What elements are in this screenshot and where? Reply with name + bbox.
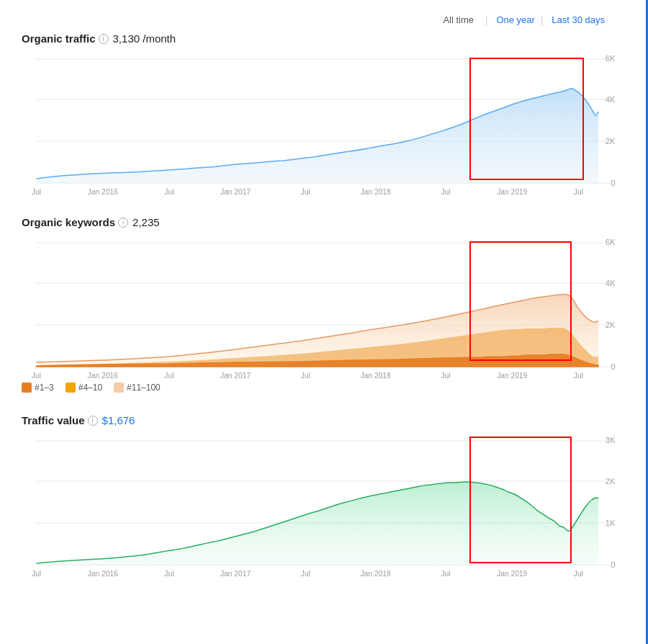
legend-checkbox-1-3 [22, 383, 32, 393]
organic-traffic-info-icon[interactable]: i [99, 34, 109, 44]
svg-text:Jan 2017: Jan 2017 [220, 570, 251, 576]
svg-text:Jul: Jul [32, 188, 41, 194]
svg-text:Jul: Jul [301, 372, 310, 378]
svg-text:Jul: Jul [574, 188, 583, 194]
page-container: All time | One year | Last 30 days Organ… [0, 0, 648, 612]
organic-traffic-svg: 6K 4K 2K 0 [22, 50, 626, 194]
svg-text:Jul: Jul [574, 372, 583, 378]
organic-traffic-chart-wrapper: 6K 4K 2K 0 [22, 50, 626, 194]
last-30-days-btn[interactable]: Last 30 days [552, 14, 605, 25]
all-time-label[interactable]: All time [443, 14, 474, 25]
legend-checkbox-4-10 [66, 383, 76, 393]
svg-text:Jul: Jul [164, 372, 174, 378]
svg-text:Jan 2016: Jan 2016 [88, 372, 118, 378]
svg-text:Jul: Jul [301, 570, 310, 576]
svg-text:Jul: Jul [441, 188, 450, 194]
svg-text:6K: 6K [606, 238, 616, 246]
organic-keywords-header: Organic keywords i 2,235 [22, 216, 626, 228]
traffic-value-title: Traffic value [22, 414, 85, 426]
traffic-value-chart-wrapper: 3K 2K 1K 0 [22, 432, 626, 576]
svg-text:Jul: Jul [441, 372, 450, 378]
svg-text:Jan 2019: Jan 2019 [497, 372, 527, 378]
organic-keywords-svg: 6K 4K 2K 0 [22, 234, 626, 378]
time-filter-row: All time | One year | Last 30 days [22, 14, 626, 25]
organic-traffic-header: Organic traffic i 3,130 /month [22, 32, 626, 45]
svg-text:Jul: Jul [441, 570, 450, 576]
svg-text:3K: 3K [606, 436, 616, 444]
svg-text:Jul: Jul [301, 188, 310, 194]
svg-text:Jan 2017: Jan 2017 [220, 188, 251, 194]
legend-item-1-3: #1–3 [22, 383, 54, 393]
traffic-value-amount: $1,676 [102, 414, 135, 426]
legend-checkbox-11-100 [114, 383, 124, 393]
svg-text:Jul: Jul [164, 570, 174, 576]
legend-label-1-3: #1–3 [35, 383, 54, 393]
svg-text:Jan 2016: Jan 2016 [88, 188, 118, 194]
svg-text:Jan 2018: Jan 2018 [361, 570, 391, 576]
svg-text:Jul: Jul [164, 188, 174, 194]
keywords-legend: #1–3 #4–10 #11–100 [22, 383, 626, 393]
svg-text:6K: 6K [606, 54, 616, 63]
traffic-value-info-icon[interactable]: i [88, 416, 98, 426]
legend-item-4-10: #4–10 [66, 383, 102, 393]
organic-keywords-info-icon[interactable]: i [118, 218, 128, 228]
svg-text:Jan 2018: Jan 2018 [361, 188, 391, 194]
traffic-value-svg: 3K 2K 1K 0 [22, 432, 626, 576]
organic-keywords-title: Organic keywords [22, 216, 115, 228]
one-year-btn[interactable]: One year [496, 14, 534, 25]
svg-text:Jul: Jul [574, 570, 583, 576]
svg-text:Jan 2016: Jan 2016 [88, 570, 118, 576]
svg-text:Jul: Jul [32, 372, 41, 378]
organic-traffic-value: 3,130 /month [113, 32, 176, 45]
organic-traffic-section: Organic traffic i 3,130 /month 6K 4K 2K … [22, 32, 626, 194]
traffic-value-section: Traffic value i $1,676 3K 2K 1K 0 [22, 414, 626, 576]
organic-keywords-chart-wrapper: 6K 4K 2K 0 [22, 234, 626, 378]
svg-text:Jan 2019: Jan 2019 [497, 188, 527, 194]
svg-text:Jan 2018: Jan 2018 [361, 372, 391, 378]
organic-traffic-title: Organic traffic [22, 32, 96, 45]
svg-text:Jan 2019: Jan 2019 [497, 570, 527, 576]
legend-item-11-100: #11–100 [114, 383, 161, 393]
traffic-value-header: Traffic value i $1,676 [22, 414, 626, 426]
legend-label-4-10: #4–10 [78, 383, 102, 393]
svg-text:Jul: Jul [32, 570, 41, 576]
legend-label-11-100: #11–100 [127, 383, 161, 393]
organic-keywords-value: 2,235 [132, 216, 160, 228]
organic-keywords-section: Organic keywords i 2,235 6K 4K 2K 0 [22, 216, 626, 393]
svg-text:Jan 2017: Jan 2017 [220, 372, 251, 378]
